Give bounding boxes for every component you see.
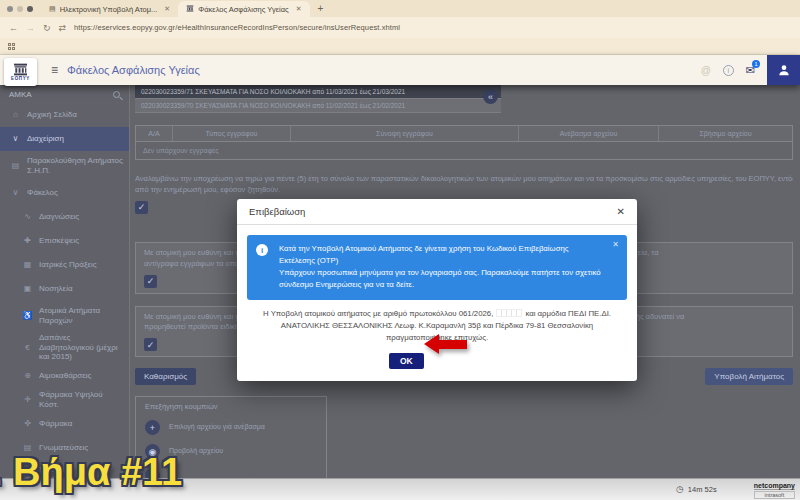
wheelchair-icon: ♿: [22, 311, 33, 321]
dialog-title: Επιβεβαίωση: [249, 206, 305, 217]
clock-icon: ◷: [676, 484, 684, 494]
vendor-logo: netcompany intrasoft: [754, 482, 795, 499]
session-timer: ◷ 14m 52s: [676, 484, 717, 494]
sidebar-item-dialysis[interactable]: ⊕Αιμοκαθάρσεις: [0, 364, 129, 388]
sidebar-item-high-cost-drugs[interactable]: ✛Φάρμακα Υψηλού Κόστ.: [0, 388, 129, 412]
table-header-row: Α/Α Τύπος εγγράφου Σύνοψη εγγράφου Ανέβα…: [136, 126, 792, 142]
messages-icon[interactable]: ✉1: [746, 64, 755, 77]
request-row[interactable]: 022030023359/70 ΣΚΕΥΑΣΜΑΤΑ ΓΙΑ ΝΟΣΟ ΚΟΙΛ…: [135, 99, 501, 113]
sidebar-item-diabetic-expenses[interactable]: €Δαπάνες Διαβητολογικού (μέχρι και 2015): [0, 331, 129, 364]
alert-close-icon[interactable]: ✕: [612, 240, 619, 249]
dialog-header: Επιβεβαίωση ✕: [237, 199, 637, 225]
logo-text: ΕΟΠΥΥ: [11, 76, 30, 81]
sidebar-item-management[interactable]: ∨Διαχείριση: [0, 127, 129, 151]
tab2-favicon-temple-icon: [186, 5, 194, 13]
header-actions: @ i ✉1: [701, 55, 800, 85]
grid-icon: ▦: [22, 260, 33, 270]
alert-line-1: Κατά την Υποβολή Ατομικού Αιτήματος δε γ…: [279, 243, 601, 267]
sidebar-item-drugs[interactable]: ✜Φάρμακα: [0, 412, 129, 436]
window-controls[interactable]: [7, 6, 33, 12]
info-alert: i ✕ Κατά την Υποβολή Ατομικού Αιτήματος …: [247, 235, 627, 300]
back-icon[interactable]: ←: [9, 23, 18, 33]
redacted-protocol-number: [496, 309, 522, 317]
step-annotation: . Βήμα #11: [0, 451, 182, 494]
alert-line-2: Υπάρχουν προσωπικά μηνύματα για τον λογα…: [279, 267, 601, 291]
browser-tab-1[interactable]: ▤ Ηλεκτρονική Υποβολή Ατομ... ✕: [41, 1, 178, 17]
sidebar-item-visits[interactable]: ✚Επισκέψεις: [0, 229, 129, 253]
browser-tab-2[interactable]: Φάκελος Ασφάλισης Υγείας ✕: [178, 1, 309, 17]
search-icon[interactable]: [113, 91, 120, 98]
declaration-checkbox-3[interactable]: ✓: [144, 338, 157, 351]
collapse-panel-button[interactable]: «: [483, 89, 498, 104]
document-icon: ▤: [10, 161, 21, 171]
amka-label: ΑΜΚΑ: [9, 90, 32, 99]
window-minimize-icon[interactable]: [17, 6, 23, 12]
submit-request-button[interactable]: Υποβολή Αιτήματος: [705, 368, 793, 385]
new-tab-icon[interactable]: +: [318, 3, 324, 14]
vendor-subname: intrasoft: [754, 491, 795, 499]
ok-button[interactable]: OK: [389, 353, 424, 369]
plus-icon: +: [145, 420, 160, 435]
eopyy-logo: ΕΟΠΥΥ: [4, 58, 37, 86]
sidebar-item-medical-acts[interactable]: ▦Ιατρικές Πράξεις: [0, 253, 129, 277]
legend-item-upload-select: + Επιλογή αρχείου γιά ανέβασμα: [145, 420, 317, 435]
browser-tab-bar: ▤ Ηλεκτρονική Υποβολή Ατομ... ✕ Φάκελος …: [0, 0, 800, 17]
sidebar: ΑΜΚΑ ⌂Αρχική Σελίδα ∨Διαχείριση ▤Παρακολ…: [0, 85, 130, 478]
window-maximize-icon[interactable]: [27, 6, 33, 12]
chevron-down-icon: ∨: [10, 134, 21, 144]
browser-url-bar: ← → ↻ ⇄ https://eservices.eopyy.gov.gr/e…: [0, 17, 800, 38]
double-chevron-left-icon: «: [488, 92, 493, 102]
clear-button[interactable]: Καθαρισμός: [135, 368, 196, 385]
sidebar-item-request-tracking[interactable]: ▤Παρακολούθηση Αιτήματος Σ.Η.Π.: [0, 151, 129, 181]
info-circle-icon: i: [256, 244, 268, 256]
legend-title: Επεξήγηση κουμπιών: [145, 402, 317, 411]
site-permissions-icon[interactable]: ⇄: [59, 23, 67, 33]
check-icon: ✓: [147, 340, 155, 350]
sidebar-item-home[interactable]: ⌂Αρχική Σελίδα: [0, 103, 129, 127]
sidebar-item-folder[interactable]: ∨Φάκελος: [0, 181, 129, 205]
forward-icon[interactable]: →: [26, 23, 35, 33]
table-empty-message: Δεν υπάρχουν εγγραφές: [136, 142, 792, 159]
dialysis-icon: ⊕: [22, 371, 33, 381]
temple-icon: [11, 63, 30, 76]
person-icon: [777, 63, 791, 77]
page-title: Φάκελος Ασφάλισης Υγείας: [67, 64, 200, 76]
bed-icon: ▣: [22, 284, 33, 294]
col-upload-file: Ανέβασμα αρχείου: [518, 126, 658, 141]
vendor-name: netcompany: [754, 482, 795, 490]
bookmarks-bar: [0, 38, 800, 55]
reload-icon[interactable]: ↻: [43, 23, 51, 33]
tab2-close-icon[interactable]: ✕: [296, 5, 302, 13]
tab1-title: Ηλεκτρονική Υποβολή Ατομ...: [60, 5, 158, 14]
sidebar-item-personal-benefit-requests[interactable]: ♿Ατομικά Αιτήματα Παροχών: [0, 301, 129, 331]
tab1-close-icon[interactable]: ✕: [164, 5, 170, 13]
screen: ▤ Ηλεκτρονική Υποβολή Ατομ... ✕ Φάκελος …: [0, 0, 800, 500]
request-row-selected[interactable]: 022030023359/71 ΣΚΕΥΑΣΜΑΤΑ ΓΙΑ ΝΟΣΟ ΚΟΙΛ…: [135, 85, 501, 99]
declaration-checkbox-1[interactable]: ✓: [135, 201, 148, 214]
medicine-icon: ✜: [22, 419, 33, 429]
url-text[interactable]: https://eservices.eopyy.gov.gr/eHealthIn…: [74, 23, 400, 32]
col-doc-type: Τύπος εγγράφου: [172, 126, 290, 141]
hamburger-menu-icon[interactable]: ≡: [51, 63, 58, 77]
col-aa: Α/Α: [136, 126, 172, 141]
amka-search[interactable]: ΑΜΚΑ: [0, 85, 129, 103]
dialog-close-icon[interactable]: ✕: [617, 206, 625, 217]
sidebar-item-diagnoses[interactable]: ∿Διαγνώσεις: [0, 205, 129, 229]
window-close-icon[interactable]: [7, 6, 13, 12]
check-icon: ✓: [147, 276, 155, 286]
tab1-favicon-icon: ▤: [49, 5, 56, 13]
user-account-button[interactable]: [767, 55, 800, 85]
timer-value: 14m 52s: [688, 485, 717, 494]
pharmacy-cross-icon: ✛: [22, 395, 33, 405]
info-icon[interactable]: i: [723, 65, 734, 76]
cross-icon: ✚: [22, 236, 33, 246]
apps-grid-icon[interactable]: [8, 43, 15, 50]
annotation-arrow-left-icon: [424, 334, 467, 354]
chevron-down-icon: ∨: [10, 188, 21, 198]
declaration-checkbox-2[interactable]: ✓: [144, 275, 157, 288]
contact-icon[interactable]: @: [701, 65, 711, 76]
sidebar-item-hospitalization[interactable]: ▣Νοσηλεία: [0, 277, 129, 301]
messages-badge: 1: [752, 60, 760, 68]
app-header: ΕΟΠΥΥ ≡ Φάκελος Ασφάλισης Υγείας @ i ✉1: [0, 55, 800, 85]
tab2-title: Φάκελος Ασφάλισης Υγείας: [198, 5, 288, 14]
